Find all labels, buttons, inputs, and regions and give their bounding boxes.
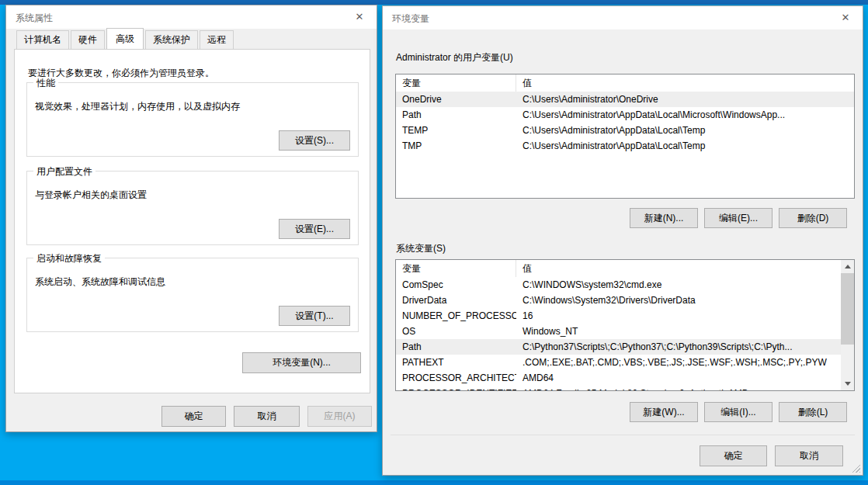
system-variables-header: 变量 值 — [396, 260, 841, 277]
table-row[interactable]: TEMP C:\Users\Administrator\AppData\Loca… — [396, 123, 854, 138]
startup-recovery-settings-button[interactable]: 设置(T)... — [279, 306, 350, 326]
tab-hardware[interactable]: 硬件 — [71, 30, 105, 49]
performance-settings-button[interactable]: 设置(S)... — [279, 130, 350, 151]
resize-grip-icon[interactable] — [851, 463, 860, 473]
user-variables-table: 变量 值 OneDrive C:\Users\Administrator\One… — [395, 74, 855, 199]
ok-button[interactable]: 确定 — [161, 406, 226, 427]
table-row[interactable]: OneDrive C:\Users\Administrator\OneDrive — [396, 92, 854, 107]
table-row[interactable]: Path C:\Users\Administrator\AppData\Loca… — [396, 107, 854, 123]
tab-advanced[interactable]: 高级 — [106, 28, 144, 49]
apply-button: 应用(A) — [307, 406, 372, 427]
table-row[interactable]: PATHEXT .COM;.EXE;.BAT;.CMD;.VBS;.VBE;.J… — [396, 355, 841, 370]
user-delete-button[interactable]: 删除(D) — [779, 208, 847, 228]
background-bottom-strip — [0, 480, 868, 485]
ok-button[interactable]: 确定 — [700, 445, 767, 466]
close-icon[interactable]: ✕ — [342, 5, 377, 29]
table-row[interactable]: PROCESSOR_IDENTIFIER AMD64 Family 25 Mod… — [396, 386, 841, 391]
user-edit-button[interactable]: 编辑(E)... — [704, 208, 773, 228]
performance-group-desc: 视觉效果，处理器计划，内存使用，以及虚拟内存 — [35, 100, 240, 113]
dialog-title: 环境变量 — [392, 12, 429, 26]
tab-remote[interactable]: 远程 — [200, 30, 234, 49]
user-variables-header: 变量 值 — [396, 74, 854, 92]
performance-group: 性能 视觉效果，处理器计划，内存使用，以及虚拟内存 设置(S)... — [26, 82, 359, 157]
table-row[interactable]: DriverData C:\Windows\System32\Drivers\D… — [396, 293, 841, 308]
column-header-variable[interactable]: 变量 — [396, 74, 516, 92]
table-row[interactable]: ComSpec C:\WINDOWS\system32\cmd.exe — [396, 277, 841, 293]
system-variables-table: 变量 值 ComSpec C:\WINDOWS\system32\cmd.exe… — [395, 259, 855, 391]
system-variables-label: 系统变量(S) — [396, 242, 446, 255]
table-row[interactable]: PROCESSOR_ARCHITECTURE AMD64 — [396, 370, 841, 386]
cancel-button[interactable]: 取消 — [775, 445, 843, 466]
startup-recovery-group: 启动和故障恢复 系统启动、系统故障和调试信息 设置(T)... — [26, 258, 359, 332]
environment-variables-button[interactable]: 环境变量(N)... — [242, 352, 361, 373]
tab-strip: 计算机名 硬件 高级 系统保护 远程 — [16, 32, 235, 49]
scroll-down-icon[interactable] — [841, 377, 854, 390]
environment-variables-titlebar: 环境变量 ✕ — [383, 6, 863, 29]
user-profiles-group-label: 用户配置文件 — [33, 165, 95, 178]
system-properties-titlebar: 系统属性 ✕ — [6, 5, 377, 29]
system-variables-buttons: 新建(W)... 编辑(I)... 删除(L) — [630, 402, 847, 422]
system-new-button[interactable]: 新建(W)... — [630, 402, 698, 422]
system-edit-button[interactable]: 编辑(I)... — [704, 402, 773, 422]
user-new-button[interactable]: 新建(N)... — [630, 208, 698, 228]
user-variables-label: Administrator 的用户变量(U) — [396, 51, 513, 64]
tab-system-protection[interactable]: 系统保护 — [145, 30, 198, 49]
dialog-title: 系统属性 — [16, 12, 53, 25]
user-profiles-settings-button[interactable]: 设置(E)... — [279, 219, 350, 239]
startup-recovery-group-desc: 系统启动、系统故障和调试信息 — [35, 275, 165, 289]
cancel-button[interactable]: 取消 — [234, 406, 300, 427]
environment-variables-dialog: 环境变量 ✕ Administrator 的用户变量(U) 变量 值 OneDr… — [382, 5, 863, 476]
footer-divider — [391, 435, 855, 435]
performance-group-label: 性能 — [33, 77, 58, 90]
advanced-tab-page: 要进行大多数更改，你必须作为管理员登录。 性能 视觉效果，处理器计划，内存使用，… — [14, 49, 370, 393]
scrollbar[interactable] — [841, 260, 854, 390]
system-delete-button[interactable]: 删除(L) — [779, 402, 847, 422]
close-icon[interactable]: ✕ — [828, 6, 863, 29]
tab-computer-name[interactable]: 计算机名 — [16, 30, 69, 49]
table-row[interactable]: OS Windows_NT — [396, 324, 841, 339]
user-profiles-group: 用户配置文件 与登录帐户相关的桌面设置 设置(E)... — [26, 171, 359, 245]
user-profiles-group-desc: 与登录帐户相关的桌面设置 — [35, 189, 147, 202]
scroll-up-icon[interactable] — [841, 260, 854, 273]
system-properties-dialog: 系统属性 ✕ 计算机名 硬件 高级 系统保护 远程 要进行大多数更改，你必须作为… — [5, 5, 377, 432]
column-header-variable[interactable]: 变量 — [396, 260, 516, 277]
scroll-thumb[interactable] — [841, 273, 854, 345]
table-row[interactable]: NUMBER_OF_PROCESSORS 16 — [396, 308, 841, 324]
startup-recovery-group-label: 启动和故障恢复 — [33, 252, 105, 265]
user-variables-buttons: 新建(N)... 编辑(E)... 删除(D) — [630, 208, 847, 228]
column-header-value[interactable]: 值 — [516, 74, 854, 92]
table-row[interactable]: TMP C:\Users\Administrator\AppData\Local… — [396, 138, 854, 154]
table-row[interactable]: Path C:\Python37\Scripts\;C:\Python37\;C… — [396, 339, 841, 355]
column-header-value[interactable]: 值 — [516, 260, 841, 277]
